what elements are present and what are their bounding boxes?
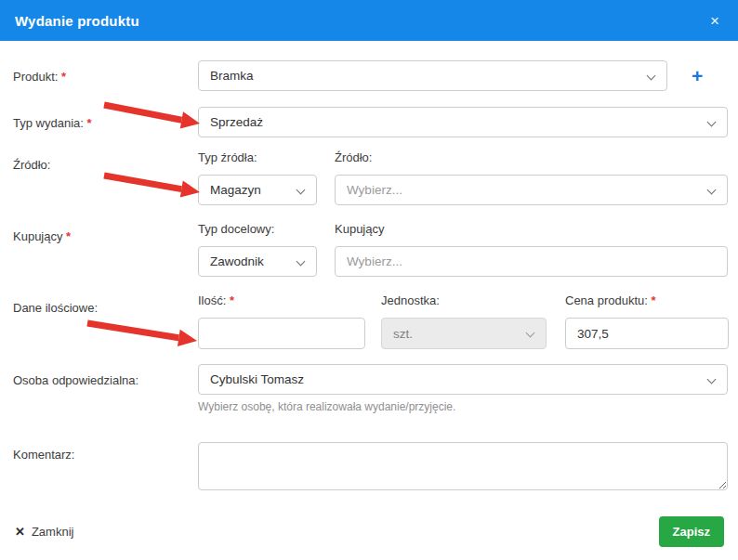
typ-zrodla-select-value: Magazyn	[210, 183, 261, 197]
typ-zrodla-label: Typ źródła:	[198, 150, 317, 165]
row-produkt: Produkt: * Bramka +	[13, 60, 728, 91]
modal-body: Produkt: * Bramka + Typ wydania: * Sprze…	[0, 41, 738, 490]
jednostka-label: Jednostka:	[381, 293, 547, 308]
osoba-select-value: Cybulski Tomasz	[210, 372, 304, 386]
kupujacy-input[interactable]	[335, 246, 728, 277]
osoba-odpowiedzialna-label: Osoba odpowiedzialna:	[13, 364, 198, 414]
zrodlo-label: Źródło:	[13, 150, 198, 205]
dane-ilosciowe-label: Dane ilościowe:	[13, 293, 198, 349]
typ-docelowy-select-value: Zawodnik	[210, 254, 264, 268]
close-x-icon: ✕	[15, 525, 25, 539]
plus-icon: +	[692, 65, 703, 86]
modal-title: Wydanie produktu	[15, 13, 139, 29]
typ-docelowy-select[interactable]: Zawodnik	[198, 246, 317, 277]
chevron-down-icon	[297, 186, 306, 195]
komentarz-label: Komentarz:	[13, 442, 198, 490]
ilosc-input[interactable]	[198, 318, 365, 349]
produkt-select-value: Bramka	[210, 69, 254, 83]
chevron-down-icon	[526, 329, 535, 338]
modal-footer: ✕ Zamknij Zapisz	[0, 490, 738, 560]
cena-produktu-label: Cena produktu: *	[565, 293, 729, 308]
modal-header: Wydanie produktu ×	[0, 0, 738, 41]
typ-wydania-select[interactable]: Sprzedaż	[198, 107, 728, 137]
zamknij-button[interactable]: ✕ Zamknij	[15, 525, 73, 539]
zrodlo-select-placeholder: Wybierz...	[347, 183, 402, 197]
chevron-down-icon	[707, 186, 717, 195]
row-typ-wydania: Typ wydania: * Sprzedaż	[13, 107, 728, 137]
zrodlo-select[interactable]: Wybierz...	[335, 175, 728, 205]
typ-docelowy-label: Typ docelowy:	[198, 222, 317, 237]
cena-produktu-input[interactable]	[565, 318, 729, 349]
produkt-select[interactable]: Bramka	[198, 60, 667, 91]
chevron-down-icon	[647, 72, 656, 81]
kupujacy-sub-label: Kupujący	[335, 222, 728, 237]
komentarz-textarea[interactable]	[198, 442, 728, 490]
row-kupujacy: Kupujący * Typ docelowy: Zawodnik Kupują…	[13, 222, 728, 277]
wydanie-produktu-modal: Wydanie produktu × Produkt: * Bramka + T…	[0, 0, 738, 560]
close-icon[interactable]: ×	[706, 11, 723, 31]
required-mark: *	[61, 70, 66, 84]
row-komentarz: Komentarz:	[13, 442, 728, 490]
required-mark: *	[66, 229, 71, 243]
osoba-odpowiedzialna-select[interactable]: Cybulski Tomasz	[198, 364, 728, 395]
row-zrodlo: Źródło: Typ źródła: Magazyn Źródło: Wybi…	[13, 150, 728, 205]
jednostka-select-value: szt.	[393, 327, 413, 341]
typ-wydania-label: Typ wydania: *	[13, 107, 198, 137]
produkt-label: Produkt: *	[13, 60, 198, 91]
zapisz-button[interactable]: Zapisz	[659, 516, 724, 547]
row-osoba-odpowiedzialna: Osoba odpowiedzialna: Cybulski Tomasz Wy…	[13, 364, 728, 414]
jednostka-select: szt.	[381, 318, 547, 349]
row-dane-ilosciowe: Dane ilościowe: Ilość: * Jednostka: szt.	[13, 293, 728, 349]
required-mark: *	[230, 293, 234, 307]
chevron-down-icon	[707, 375, 717, 384]
add-product-button[interactable]: +	[688, 64, 706, 87]
required-mark: *	[652, 293, 656, 307]
required-mark: *	[87, 116, 92, 130]
chevron-down-icon	[707, 118, 717, 127]
typ-zrodla-select[interactable]: Magazyn	[198, 175, 317, 205]
ilosc-label: Ilość: *	[198, 293, 365, 308]
osoba-helper-text: Wybierz osobę, która realizowała wydanie…	[198, 400, 728, 414]
chevron-down-icon	[297, 257, 306, 267]
zrodlo-sub-label: Źródło:	[335, 150, 728, 165]
typ-wydania-select-value: Sprzedaż	[210, 115, 263, 129]
kupujacy-label: Kupujący *	[13, 222, 198, 277]
zamknij-label: Zamknij	[32, 525, 74, 539]
